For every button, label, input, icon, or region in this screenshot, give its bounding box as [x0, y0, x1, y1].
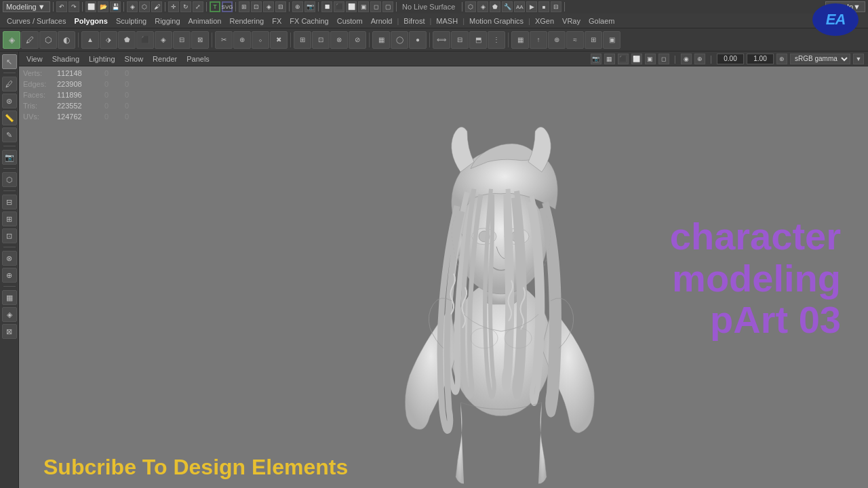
- target-weld-btn[interactable]: ⊕: [233, 31, 251, 49]
- make-hole-btn[interactable]: ◯: [391, 31, 408, 49]
- delete-edge-btn[interactable]: ✖: [270, 31, 288, 49]
- merge-btn[interactable]: ⬦: [252, 31, 269, 49]
- conform-btn[interactable]: ⊘: [349, 31, 366, 49]
- select-mode-icon[interactable]: ↖: [2, 54, 17, 69]
- show-normals-btn[interactable]: ↑: [530, 31, 547, 49]
- render5-icon[interactable]: ◻: [370, 1, 381, 12]
- lighting-menu[interactable]: Lighting: [85, 54, 119, 64]
- module-mash[interactable]: MASH: [432, 14, 462, 28]
- boolean-btn[interactable]: ⊗: [330, 31, 348, 49]
- viewport[interactable]: character modeling pArt 03 Subcribe To D…: [19, 66, 868, 488]
- grid-toggle-icon[interactable]: ▦: [604, 54, 615, 64]
- panels-menu[interactable]: Panels: [183, 54, 213, 64]
- render-settings-icon[interactable]: 🔧: [502, 1, 513, 12]
- aa-icon[interactable]: AA: [514, 1, 525, 12]
- gamma-icon[interactable]: ⊛: [776, 54, 787, 64]
- render-seq-icon[interactable]: ⬟: [490, 1, 500, 12]
- module-golaem[interactable]: Golaem: [585, 14, 619, 28]
- quick-layout-icon[interactable]: ▦: [2, 290, 17, 305]
- modeling-toolkit-icon[interactable]: ⊗: [2, 251, 17, 266]
- undo-icon[interactable]: ↶: [56, 1, 67, 12]
- render4-icon[interactable]: ▣: [358, 1, 369, 12]
- attr-btn[interactable]: ⊞: [585, 31, 602, 49]
- scale-icon[interactable]: ⤢: [193, 1, 203, 12]
- lasso-select-btn[interactable]: ⬡: [39, 31, 57, 49]
- smooth-btn[interactable]: ⬟: [118, 31, 136, 49]
- snap4-icon[interactable]: ⊟: [275, 1, 286, 12]
- safe-title-icon[interactable]: ◻: [658, 54, 669, 64]
- crease-btn[interactable]: ≈: [566, 31, 584, 49]
- show-menu[interactable]: Show: [121, 54, 147, 64]
- module-bifrost[interactable]: Bifrost: [399, 14, 429, 28]
- render-bar-icon[interactable]: ⊟: [551, 1, 561, 12]
- render2-icon[interactable]: ⬛: [334, 1, 344, 12]
- module-custom[interactable]: Custom: [333, 14, 367, 28]
- module-curves-surfaces[interactable]: Curves / Surfaces: [3, 14, 70, 28]
- attr-editor-icon[interactable]: ⊞: [2, 211, 17, 226]
- module-motion-graphics[interactable]: Motion Graphics: [465, 14, 528, 28]
- select-tool-btn[interactable]: ◈: [3, 31, 20, 49]
- film-gate-icon[interactable]: ⬛: [618, 54, 629, 64]
- snap-cam-icon[interactable]: ◉: [681, 54, 692, 64]
- soft-sel-btn[interactable]: ⊕: [548, 31, 566, 49]
- module-arnold[interactable]: Arnold: [367, 14, 397, 28]
- paint-effects-icon[interactable]: 🖊: [2, 77, 17, 92]
- paint-icon[interactable]: 🖌: [151, 1, 162, 12]
- render6-icon[interactable]: ▢: [382, 1, 393, 12]
- move-icon[interactable]: ✛: [168, 1, 179, 12]
- select-tool-icon[interactable]: ◈: [127, 1, 138, 12]
- lattice-btn[interactable]: ⋮: [488, 31, 505, 49]
- offset-edge-btn[interactable]: ⊠: [191, 31, 209, 49]
- combine-btn[interactable]: ⊞: [294, 31, 311, 49]
- res-gate-icon[interactable]: ⬜: [631, 54, 642, 64]
- rotate-icon[interactable]: ↻: [180, 1, 191, 12]
- bridge-btn[interactable]: ⬗: [100, 31, 117, 49]
- module-sculpting[interactable]: Sculpting: [112, 14, 151, 28]
- gamma-down-icon[interactable]: ▼: [853, 54, 864, 64]
- module-vray[interactable]: VRay: [558, 14, 585, 28]
- layout-btn[interactable]: ▣: [603, 31, 620, 49]
- render-play-icon[interactable]: ▶: [526, 1, 537, 12]
- redo-icon[interactable]: ↷: [68, 1, 79, 12]
- save-scene-icon[interactable]: 💾: [110, 1, 121, 12]
- mirror-btn[interactable]: ⟺: [433, 31, 450, 49]
- module-animation[interactable]: Animation: [184, 14, 226, 28]
- history-icon[interactable]: ⊕: [292, 1, 303, 12]
- view-menu[interactable]: View: [23, 54, 46, 64]
- uv-editor-icon[interactable]: ⊕: [2, 268, 17, 283]
- fill-hole-btn[interactable]: ●: [409, 31, 427, 49]
- subdiv-btn[interactable]: ⬛: [136, 31, 154, 49]
- gamma-dropdown[interactable]: sRGB gamma: [790, 54, 850, 64]
- safe-action-icon[interactable]: ▣: [645, 54, 656, 64]
- display-layers-icon[interactable]: ⊟: [2, 195, 17, 209]
- paint-select-btn[interactable]: 🖊: [21, 31, 39, 49]
- snap2-icon[interactable]: ⊡: [251, 1, 262, 12]
- brush-select-btn[interactable]: ◐: [58, 31, 75, 49]
- lasso-icon[interactable]: ⬡: [139, 1, 150, 12]
- annotate-icon[interactable]: ✎: [2, 127, 17, 142]
- xray-icon[interactable]: ⬡: [2, 172, 17, 187]
- render1-icon[interactable]: 🔲: [321, 1, 332, 12]
- snap3-icon[interactable]: ◈: [263, 1, 274, 12]
- sculpt-icon[interactable]: ⊛: [2, 94, 17, 108]
- camera-icon[interactable]: 📷: [2, 150, 17, 165]
- quad-draw-btn[interactable]: ▦: [372, 31, 390, 49]
- extrude-btn[interactable]: ▲: [81, 31, 99, 49]
- svg-icon[interactable]: SVG: [222, 1, 233, 12]
- open-scene-icon[interactable]: 📂: [98, 1, 108, 12]
- material-icon[interactable]: ⬡: [465, 1, 476, 12]
- isolate-icon[interactable]: ◈: [2, 307, 17, 322]
- transform-btn[interactable]: ⬒: [469, 31, 487, 49]
- module-rendering[interactable]: Rendering: [225, 14, 268, 28]
- module-fx-caching[interactable]: FX Caching: [285, 14, 332, 28]
- persp-cam-icon[interactable]: 📷: [591, 54, 601, 64]
- render-menu[interactable]: Render: [149, 54, 180, 64]
- channel-box-icon[interactable]: ⊡: [2, 228, 17, 243]
- cam-icon[interactable]: 📷: [304, 1, 315, 12]
- grid-btn[interactable]: ▦: [511, 31, 529, 49]
- t-icon[interactable]: T: [210, 1, 220, 12]
- module-xgen[interactable]: XGen: [531, 14, 558, 28]
- bevel-btn[interactable]: ◈: [155, 31, 172, 49]
- render-stop-icon[interactable]: ■: [538, 1, 549, 12]
- sym-btn[interactable]: ⊟: [451, 31, 469, 49]
